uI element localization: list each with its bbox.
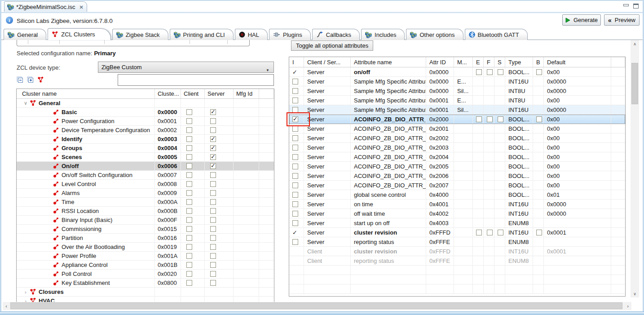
attribute-row[interactable]: ServerACOINFO_ZB_DIO_ATTR_70x2006BOOL...…	[289, 171, 625, 181]
chevron-right-icon[interactable]: ›	[22, 289, 29, 295]
attribute-row[interactable]: Serveron time0x4001INT16U0x0000	[289, 200, 625, 209]
cluster-row[interactable]: Identify0x0003	[17, 135, 274, 144]
horizontal-scrollbar-thumb[interactable]	[10, 302, 622, 309]
included-checkbox[interactable]	[292, 164, 298, 169]
tab-other-options[interactable]: Other options	[406, 29, 463, 40]
cluster-row[interactable]: On/off0x0006	[17, 162, 274, 171]
preview-button[interactable]: Preview	[604, 14, 640, 26]
server-checkbox[interactable]	[210, 136, 216, 142]
molecule-icon[interactable]	[37, 76, 44, 83]
attribute-row[interactable]: ServerSample Mfg Specific Attribute:...0…	[289, 105, 625, 115]
attribute-row[interactable]: ServerACOINFO_ZB_DIO_ATTR_80x2007BOOL...…	[289, 181, 625, 190]
collapse-all-icon[interactable]	[17, 76, 23, 83]
server-checkbox[interactable]	[210, 181, 216, 187]
cluster-row[interactable]: Poll Control0x0020	[17, 270, 274, 279]
included-checkbox[interactable]	[292, 201, 298, 207]
included-checkbox[interactable]	[292, 79, 298, 84]
bounded-checkbox[interactable]	[536, 69, 542, 75]
included-checkbox[interactable]	[292, 211, 298, 217]
server-checkbox[interactable]	[210, 226, 216, 232]
server-checkbox[interactable]	[210, 154, 216, 160]
attribute-row[interactable]: ServerSample Mfg Specific Attribute:...0…	[289, 77, 625, 86]
attribute-row[interactable]: Serverreporting status0xFFFEENUM8	[289, 237, 625, 247]
expand-all-icon[interactable]	[27, 76, 34, 83]
cluster-row[interactable]: RSSI Location0x000B	[17, 207, 274, 216]
vertical-scrollbar[interactable]: ∧ ∨	[631, 40, 639, 297]
tab-zcl-clusters[interactable]: ZCL Clusters	[48, 28, 110, 40]
bounded-checkbox[interactable]	[536, 116, 542, 122]
tab-includes[interactable]: Includes	[361, 29, 405, 40]
included-checkbox[interactable]	[292, 126, 298, 132]
attribute-row[interactable]: ServerSample Mfg Specific Attribute:...0…	[289, 86, 625, 96]
minimize-icon[interactable]	[623, 4, 628, 8]
attribute-row[interactable]: ServerACOINFO_ZB_DIO_ATTR_30x2002BOOL...…	[289, 133, 625, 143]
tab-zigbee-stack[interactable]: Zigbee Stack	[112, 29, 168, 40]
server-checkbox[interactable]	[210, 217, 216, 223]
maximize-icon[interactable]	[633, 4, 639, 9]
attribute-row[interactable]: ServerACOINFO_ZB_DIO_ATTR_60x2005BOOL...…	[289, 162, 625, 171]
external-checkbox[interactable]	[476, 69, 482, 75]
client-checkbox[interactable]	[186, 244, 192, 250]
cluster-row[interactable]: Key Establishment0x0800	[17, 279, 274, 288]
toggle-optional-attributes-button[interactable]: Toggle all optional attributes	[291, 40, 373, 51]
client-checkbox[interactable]	[186, 208, 192, 214]
client-checkbox[interactable]	[186, 163, 192, 169]
tab-callbacks[interactable]: Callbacks	[312, 29, 360, 40]
client-checkbox[interactable]	[186, 190, 192, 196]
attribute-row[interactable]: ServerSample Mfg Specific Attribute:...0…	[289, 96, 625, 105]
server-checkbox[interactable]	[210, 235, 216, 241]
server-checkbox[interactable]	[210, 253, 216, 259]
included-checkbox[interactable]	[292, 98, 298, 103]
server-checkbox[interactable]	[210, 190, 216, 196]
cluster-row[interactable]: Power Configuration0x0001	[17, 117, 274, 126]
client-checkbox[interactable]	[186, 271, 192, 277]
cluster-row[interactable]: On/off Switch Configuration0x0007	[17, 171, 274, 180]
included-checkbox[interactable]	[292, 107, 298, 113]
included-checkbox[interactable]	[292, 135, 298, 141]
client-checkbox[interactable]	[186, 109, 192, 115]
client-checkbox[interactable]	[186, 253, 192, 259]
included-checkbox[interactable]	[292, 173, 298, 179]
attribute-row[interactable]: Clientcluster revision0xFFFDINT16U0x0001	[289, 247, 625, 256]
client-checkbox[interactable]	[186, 172, 192, 178]
vertical-scrollbar-thumb[interactable]	[631, 63, 638, 104]
included-checkbox[interactable]	[292, 145, 298, 151]
cluster-row[interactable]: Binary Input (Basic)0x000F	[17, 216, 274, 225]
included-checkbox[interactable]	[292, 88, 298, 94]
zcl-device-type-dropdown[interactable]: ZigBee Custom	[98, 62, 274, 73]
server-checkbox[interactable]	[210, 208, 216, 214]
client-checkbox[interactable]	[186, 127, 192, 133]
attribute-row[interactable]: ServerACOINFO_ZB_DIO_ATTR_10x2000BOOL...…	[289, 115, 625, 124]
attribute-row[interactable]: Serveroff wait time0x4002INT16U0x0000	[289, 209, 625, 218]
tab-hal[interactable]: HAL	[235, 29, 268, 40]
client-checkbox[interactable]	[186, 235, 192, 241]
attribute-row[interactable]: Serverstart up on off0x4003ENUM8	[289, 218, 625, 228]
cluster-row[interactable]: Power Profile0x001A	[17, 252, 274, 261]
chevron-down-icon[interactable]: ∨	[22, 100, 29, 106]
cluster-row[interactable]: Commissioning0x0015	[17, 225, 274, 234]
server-checkbox[interactable]	[210, 280, 216, 286]
attribute-row[interactable]: Clientreporting status0xFFFEENUM8	[289, 256, 625, 266]
flash-checkbox[interactable]	[487, 69, 493, 75]
cluster-row[interactable]: Time0x000A	[17, 198, 274, 207]
scroll-up-icon[interactable]: ∧	[631, 40, 639, 48]
horizontal-scrollbar[interactable]: ‹ ›	[3, 302, 631, 310]
server-checkbox[interactable]	[210, 118, 216, 124]
server-checkbox[interactable]	[210, 127, 216, 133]
server-checkbox[interactable]	[210, 244, 216, 250]
cluster-row[interactable]: Level Control0x0008	[17, 180, 274, 189]
flash-checkbox[interactable]	[487, 116, 493, 122]
scroll-down-icon[interactable]: ∨	[631, 290, 639, 297]
included-checkbox[interactable]	[292, 239, 298, 245]
client-checkbox[interactable]	[186, 226, 192, 232]
server-checkbox[interactable]	[210, 199, 216, 205]
included-checkbox[interactable]	[292, 116, 298, 122]
attribute-row[interactable]: ServerACOINFO_ZB_DIO_ATTR_40x2003BOOL...…	[289, 143, 625, 152]
client-checkbox[interactable]	[186, 217, 192, 223]
external-checkbox[interactable]	[476, 230, 482, 235]
attribute-row[interactable]: ServerACOINFO_ZB_DIO_ATTR_50x2004BOOL...…	[289, 152, 625, 162]
scroll-right-icon[interactable]: ›	[624, 302, 631, 310]
client-checkbox[interactable]	[186, 118, 192, 124]
attribute-row[interactable]: ServerACOINFO_ZB_DIO_ATTR_20x2001BOOL...…	[289, 124, 625, 133]
bounded-checkbox[interactable]	[536, 230, 542, 235]
